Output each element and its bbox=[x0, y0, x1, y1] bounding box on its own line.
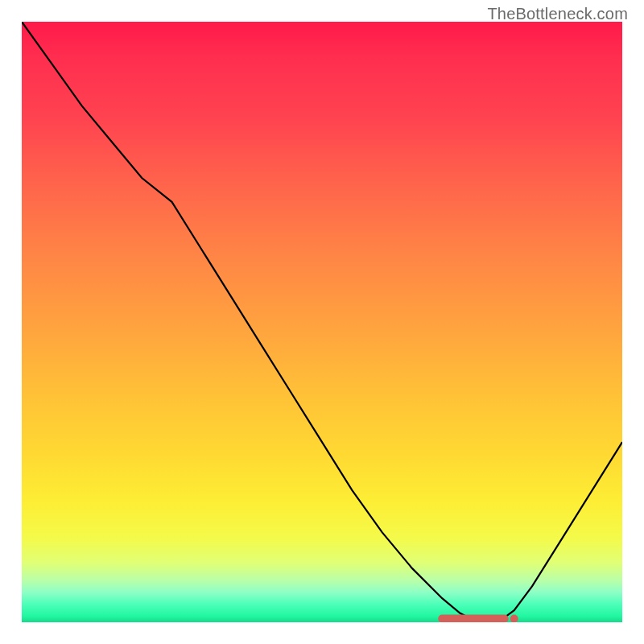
chart-container bbox=[22, 22, 622, 622]
severity-gradient bbox=[22, 22, 622, 622]
watermark-text: TheBottleneck.com bbox=[487, 5, 628, 23]
